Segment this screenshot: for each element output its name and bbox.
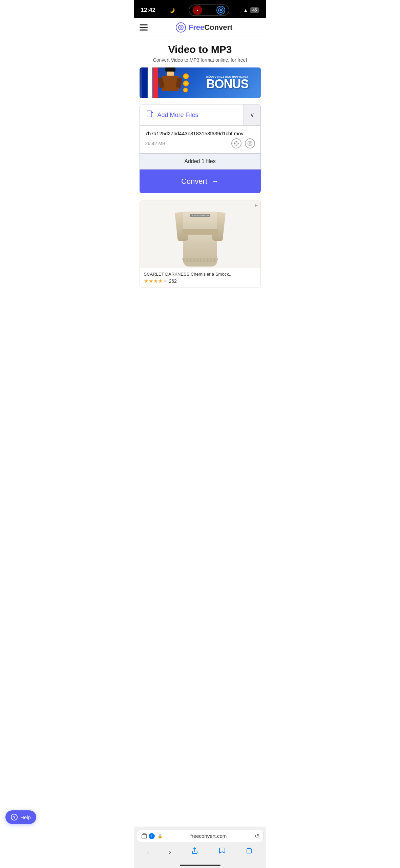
status-time: 12:42: [141, 7, 155, 14]
battery-badge: 45: [250, 7, 259, 13]
di-app-icon: ●: [193, 5, 202, 15]
file-settings-icon[interactable]: [231, 138, 241, 149]
product-label-tag: SCARLET DARKNESS: [190, 214, 211, 217]
add-files-bar: Add More Files ∨: [140, 104, 261, 126]
svg-point-4: [234, 142, 238, 145]
logo-icon: [176, 22, 186, 33]
main-content: Video to MP3 Convert Video to MP3 format…: [134, 37, 266, 288]
svg-point-0: [178, 25, 183, 30]
file-actions: [231, 138, 255, 149]
ad-section[interactable]: ▶ SCARLET DARKNESS: [140, 200, 261, 288]
upload-section: Add More Files ∨ 7b7a125d27bd443b8183153…: [140, 104, 261, 193]
chevron-down-icon: ∨: [250, 111, 254, 119]
product-image-area: SCARLET DARKNESS: [140, 200, 260, 268]
file-size: 26.42 MB: [145, 141, 166, 146]
product-info: SCARLET DARKNESS Chemisier à Smock... ★★…: [140, 268, 260, 288]
ad-label: ▶: [255, 203, 258, 208]
ad-bonus-text: BONUS: [206, 78, 249, 90]
convert-label: Convert: [181, 177, 207, 186]
page-subtitle: Convert Video to MP3 format online, for …: [140, 57, 261, 63]
hamburger-line-3: [140, 29, 148, 31]
hamburger-line-2: [140, 27, 148, 28]
product-stars: ★★★★★: [144, 278, 168, 284]
logo-text: FreeConvert: [189, 23, 233, 32]
svg-rect-1: [147, 111, 152, 117]
hamburger-menu[interactable]: [140, 24, 148, 31]
di-wifi-ring: [218, 7, 224, 13]
nav-bar: FreeConvert: [134, 18, 266, 37]
logo-free: Free: [189, 23, 204, 32]
moon-icon: 🌙: [169, 8, 175, 13]
rating-count: 262: [169, 278, 177, 284]
svg-point-5: [236, 143, 237, 144]
added-status: Added 1 files: [140, 154, 261, 170]
add-file-icon: [146, 110, 154, 120]
status-right: ▲ 45: [243, 7, 259, 13]
product-rating: ★★★★★ 262: [144, 278, 256, 284]
product-title: SCARLET DARKNESS Chemisier à Smock...: [144, 272, 256, 277]
ad-text-area: DÉCOUVREZ DES NOUVEAUX BONUS: [194, 67, 261, 98]
file-meta: 26.42 MB: [145, 138, 255, 149]
wifi-icon: ▲: [243, 7, 248, 13]
add-more-files-button[interactable]: Add More Files: [140, 104, 244, 125]
ad-banner[interactable]: DÉCOUVREZ DES NOUVEAUX BONUS: [140, 67, 261, 98]
di-airdrop-icon: [216, 6, 225, 15]
status-bar: 12:42 🌙 ● ▲ 45: [134, 0, 266, 18]
logo-convert: Convert: [204, 23, 232, 32]
page-title: Video to MP3: [140, 44, 261, 55]
file-name: 7b7a125d27bd443b8183153f639d1cbf.mov: [145, 131, 255, 136]
product-image: SCARLET DARKNESS: [178, 202, 222, 267]
convert-button[interactable]: Convert →: [140, 170, 261, 193]
hamburger-line-1: [140, 24, 148, 25]
add-files-dropdown[interactable]: ∨: [244, 104, 260, 125]
convert-arrow-icon: →: [211, 177, 219, 186]
file-item: 7b7a125d27bd443b8183153f639d1cbf.mov 26.…: [140, 126, 261, 154]
add-files-label: Add More Files: [157, 112, 198, 119]
logo-area: FreeConvert: [148, 22, 261, 33]
status-center: ●: [189, 4, 229, 16]
dynamic-island: ●: [189, 4, 229, 16]
file-remove-icon[interactable]: [245, 138, 255, 149]
ad-triangle-icon: ▶: [255, 203, 258, 208]
